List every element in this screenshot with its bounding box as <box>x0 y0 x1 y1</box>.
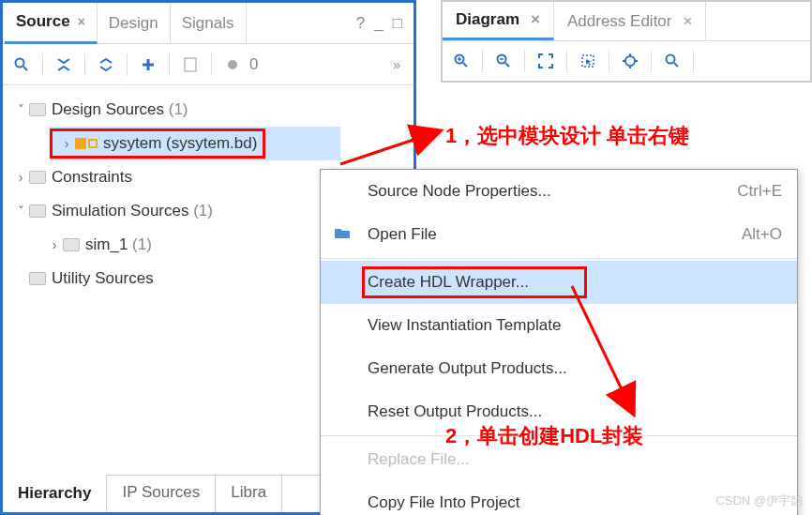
tab-diagram[interactable]: Diagram× <box>443 2 554 40</box>
tab-ip-sources[interactable]: IP Sources <box>107 476 216 512</box>
search-icon[interactable] <box>659 48 685 74</box>
sim1-count: (1) <box>132 235 152 254</box>
chevron-down-icon: ˅ <box>12 102 29 117</box>
tab-signals[interactable]: Signals <box>171 3 247 44</box>
collapse-icon[interactable] <box>51 52 77 78</box>
simulation-count: (1) <box>193 202 213 220</box>
tab-libraries[interactable]: Libra <box>216 476 282 512</box>
tab-address-editor[interactable]: Address Editor× <box>554 2 706 40</box>
menu-separator <box>321 258 797 259</box>
chevron-right-icon: › <box>58 136 75 151</box>
folder-icon <box>29 103 46 116</box>
zoom-out-icon[interactable] <box>490 48 517 74</box>
search-icon[interactable] <box>8 52 35 78</box>
tree-design-sources[interactable]: ˅ Design Sources (1) <box>3 93 414 127</box>
svg-line-1 <box>23 67 27 70</box>
right-tab-bar: Diagram× Address Editor× <box>441 0 812 41</box>
right-toolbar <box>441 41 812 83</box>
zoom-in-icon[interactable] <box>448 48 474 74</box>
tree-system-item[interactable]: › sysytem (sysytem.bd) <box>50 127 340 160</box>
left-tab-bar: Source× Design Signals ? _ □ <box>3 3 414 44</box>
tab-hierarchy[interactable]: Hierarchy <box>3 475 107 512</box>
doc-icon[interactable] <box>177 52 203 78</box>
tab-source-label: Source <box>16 12 70 31</box>
folder-icon <box>63 238 80 251</box>
system-label: sysytem (sysytem.bd) <box>103 134 257 153</box>
utility-label: Utility Sources <box>52 269 154 288</box>
svg-point-5 <box>228 60 237 69</box>
shortcut-label: Ctrl+E <box>737 182 782 201</box>
add-icon[interactable] <box>135 52 161 78</box>
circle-icon[interactable] <box>219 52 246 78</box>
tab-design-label: Design <box>109 14 158 33</box>
folder-icon <box>29 204 46 218</box>
menu-replace-file: Replace File... <box>321 438 797 481</box>
block-design-icon <box>75 138 98 149</box>
chevron-right-icon: › <box>12 170 29 185</box>
context-menu: Source Node Properties... Ctrl+E Open Fi… <box>320 169 798 515</box>
left-toolbar: 0 » <box>3 44 414 85</box>
help-icon[interactable]: ? <box>356 14 365 33</box>
expand-icon[interactable] <box>93 52 119 78</box>
maximize-icon[interactable]: □ <box>393 14 402 33</box>
svg-line-20 <box>674 63 678 67</box>
fit-icon[interactable] <box>533 48 559 74</box>
overflow-icon[interactable]: » <box>393 57 408 72</box>
annotation-text-1: 1，选中模块设计 单击右键 <box>445 122 689 150</box>
menu-create-hdl-wrapper[interactable]: Create HDL Wrapper... <box>321 261 797 304</box>
chevron-right-icon: › <box>46 237 63 252</box>
folder-icon <box>29 171 46 184</box>
menu-separator <box>321 435 797 436</box>
watermark: CSDN @伊宇韵 <box>715 492 803 509</box>
tab-signals-label: Signals <box>182 14 234 33</box>
svg-line-12 <box>505 63 509 67</box>
menu-reset-output-products[interactable]: Reset Output Products... <box>321 390 797 433</box>
tab-source[interactable]: Source× <box>5 3 98 44</box>
svg-rect-4 <box>185 58 196 71</box>
design-sources-count: (1) <box>169 100 188 119</box>
target-icon[interactable] <box>617 48 643 74</box>
svg-point-19 <box>667 55 675 64</box>
menu-generate-output-products[interactable]: Generate Output Products... <box>321 347 797 390</box>
svg-line-9 <box>463 63 467 67</box>
svg-point-14 <box>625 56 635 66</box>
toolbar-count: 0 <box>249 55 258 74</box>
tab-design[interactable]: Design <box>98 3 171 44</box>
menu-open-file[interactable]: Open File Alt+O <box>321 213 797 256</box>
minimize-icon[interactable]: _ <box>374 14 383 33</box>
simulation-label: Simulation Sources <box>52 202 188 220</box>
diagram-panel: Diagram× Address Editor× <box>441 0 812 83</box>
menu-view-instantiation-template[interactable]: View Instantiation Template <box>321 304 797 347</box>
menu-source-node-properties[interactable]: Source Node Properties... Ctrl+E <box>321 170 797 213</box>
select-icon[interactable] <box>575 48 601 74</box>
open-folder-icon <box>334 225 351 244</box>
chevron-down-icon: ˅ <box>12 204 29 219</box>
folder-icon <box>29 272 46 285</box>
svg-point-0 <box>16 58 24 67</box>
sim1-label: sim_1 <box>85 235 128 254</box>
shortcut-label: Alt+O <box>742 225 782 244</box>
design-sources-label: Design Sources <box>52 100 164 119</box>
constraints-label: Constraints <box>52 168 132 187</box>
close-icon[interactable]: × <box>78 14 85 29</box>
